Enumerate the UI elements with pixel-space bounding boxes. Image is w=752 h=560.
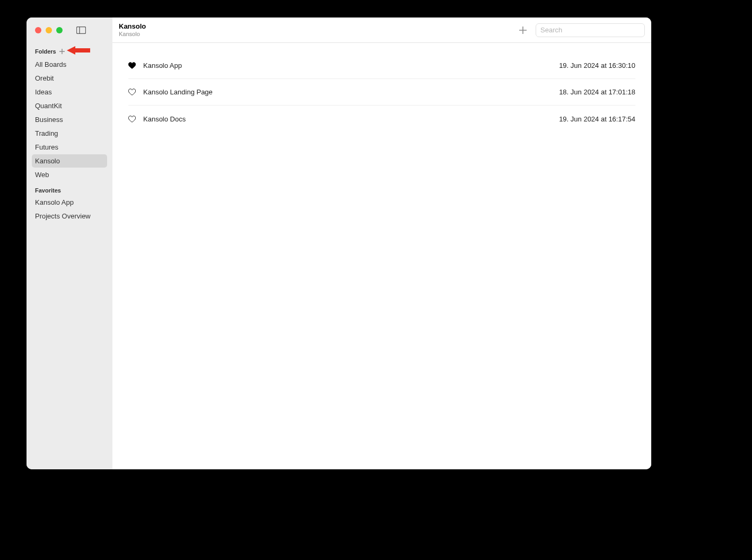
- plus-icon: [519, 26, 527, 34]
- sidebar-folder-item[interactable]: Kansolo: [32, 154, 107, 168]
- board-title: Kansolo App: [143, 62, 182, 69]
- board-title: Kansolo Docs: [143, 115, 186, 123]
- search-input[interactable]: [536, 23, 645, 37]
- folders-section-header: Folders: [32, 46, 107, 58]
- breadcrumb: Kansolo: [119, 31, 146, 38]
- minimize-window-button[interactable]: [46, 27, 52, 33]
- folders-label: Folders: [35, 48, 56, 55]
- window-controls: [35, 27, 63, 33]
- app-window: Folders All BoardsOrebitIdeasQuantKitBus…: [27, 18, 651, 469]
- board-row[interactable]: Kansolo Docs19. Jun 2024 at 16:17:54: [128, 106, 635, 132]
- heart-icon[interactable]: [128, 89, 136, 96]
- close-window-button[interactable]: [35, 27, 41, 33]
- sidebar-folder-item[interactable]: Futures: [32, 141, 107, 154]
- svg-rect-0: [77, 27, 86, 34]
- sidebar-folder-item[interactable]: All Boards: [32, 58, 107, 71]
- sidebar: Folders All BoardsOrebitIdeasQuantKitBus…: [27, 18, 112, 469]
- folders-list: All BoardsOrebitIdeasQuantKitBusinessTra…: [32, 58, 107, 181]
- board-date: 19. Jun 2024 at 16:17:54: [559, 115, 635, 123]
- add-folder-button[interactable]: [59, 49, 65, 54]
- board-row[interactable]: Kansolo Landing Page18. Jun 2024 at 17:0…: [128, 79, 635, 106]
- sidebar-folder-item[interactable]: Orebit: [32, 72, 107, 85]
- toolbar-right: [517, 23, 645, 37]
- titlebar-left: [27, 18, 112, 43]
- sidebar-folder-item[interactable]: Ideas: [32, 85, 107, 99]
- favorites-list: Kansolo AppProjects Overview: [32, 196, 107, 223]
- fullscreen-window-button[interactable]: [56, 27, 63, 33]
- sidebar-icon: [76, 27, 86, 34]
- favorites-section-header: Favorites: [32, 182, 107, 196]
- sidebar-folder-item[interactable]: Business: [32, 113, 107, 126]
- page-title: Kansolo: [119, 23, 146, 31]
- board-date: 19. Jun 2024 at 16:30:10: [559, 62, 635, 69]
- board-row[interactable]: Kansolo App19. Jun 2024 at 16:30:10: [128, 52, 635, 79]
- board-title: Kansolo Landing Page: [143, 88, 213, 96]
- sidebar-folder-item[interactable]: Trading: [32, 127, 107, 140]
- sidebar-folder-item[interactable]: Web: [32, 168, 107, 181]
- plus-icon: [59, 49, 65, 54]
- sidebar-toggle-button[interactable]: [76, 27, 86, 34]
- sidebar-folder-item[interactable]: QuantKit: [32, 99, 107, 112]
- board-date: 18. Jun 2024 at 17:01:18: [559, 88, 635, 96]
- boards-list: Kansolo App19. Jun 2024 at 16:30:10Kanso…: [112, 43, 651, 132]
- toolbar: Kansolo Kansolo: [112, 18, 651, 43]
- heart-icon[interactable]: [128, 115, 136, 122]
- sidebar-content: Folders All BoardsOrebitIdeasQuantKitBus…: [27, 43, 112, 223]
- main-panel: Kansolo Kansolo Kansolo App19. Jun 2024 …: [112, 18, 651, 469]
- add-board-button[interactable]: [517, 24, 529, 37]
- sidebar-favorite-item[interactable]: Projects Overview: [32, 209, 107, 223]
- sidebar-favorite-item[interactable]: Kansolo App: [32, 196, 107, 209]
- title-block: Kansolo Kansolo: [119, 23, 146, 38]
- heart-icon[interactable]: [128, 62, 136, 69]
- favorites-label: Favorites: [35, 187, 61, 194]
